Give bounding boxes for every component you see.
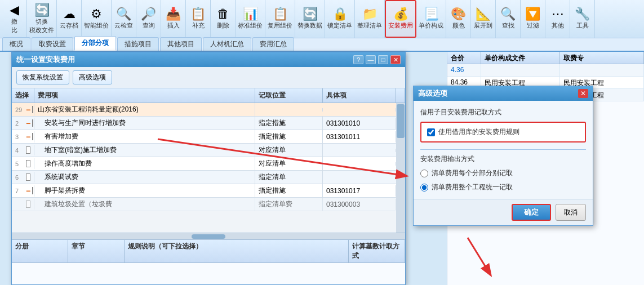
toolbar-expand[interactable]: 📐 展开到 bbox=[471, 0, 496, 38]
th-scroll-placeholder bbox=[396, 88, 405, 103]
minus-icon[interactable]: − bbox=[26, 119, 30, 127]
td-detail bbox=[323, 176, 396, 179]
toolbar-tools[interactable]: 🔧 工具 bbox=[570, 0, 595, 38]
adv-radio-unified[interactable] bbox=[420, 184, 428, 192]
restore-settings-btn[interactable]: 恢复系统设置 bbox=[16, 70, 69, 84]
toolbar-query[interactable]: 🔎 查询 bbox=[136, 0, 161, 38]
table-header: 选择 费用项 记取位置 具体项 bbox=[12, 88, 405, 103]
tab-other-items[interactable]: 其他项目 bbox=[160, 37, 202, 51]
th-select: 选择 bbox=[12, 88, 34, 103]
adv-close-btn[interactable]: ✕ bbox=[578, 89, 588, 98]
query-icon: 🔎 bbox=[141, 8, 156, 20]
table-row: 6 系统调试费 指定清单 bbox=[12, 171, 396, 184]
td-detail bbox=[323, 149, 396, 152]
bg-table-header: 合价 单价构成文件 取费专 bbox=[447, 52, 644, 64]
td-select: 3 − bbox=[12, 131, 34, 142]
switch-icon: 🔄 bbox=[34, 4, 50, 16]
checkbox[interactable] bbox=[32, 106, 33, 113]
bh-section: 章节 bbox=[68, 240, 125, 262]
tab-fee-summary[interactable]: 费用汇总 bbox=[252, 37, 294, 51]
adv-title: 高级选项 bbox=[418, 88, 447, 99]
th-detail: 具体项 bbox=[323, 88, 396, 103]
checkbox[interactable] bbox=[26, 201, 30, 208]
h-scrollbar-thumb[interactable] bbox=[192, 234, 225, 239]
advanced-options-btn[interactable]: 高级选项 bbox=[73, 70, 112, 84]
tab-fee-settings[interactable]: 取费设置 bbox=[32, 37, 73, 51]
dialog-minimize-btn[interactable]: — bbox=[366, 55, 376, 64]
td-select: 29 − bbox=[12, 104, 34, 115]
tab-sub-items[interactable]: 分部分项 bbox=[74, 36, 116, 51]
checkbox[interactable] bbox=[32, 133, 33, 140]
adv-checkbox-row[interactable]: 使用借用库的安装费用规则 bbox=[420, 122, 586, 142]
checkbox[interactable] bbox=[26, 146, 30, 154]
scrollbar-thumb[interactable] bbox=[397, 104, 405, 138]
tab-measures[interactable]: 措施项目 bbox=[117, 37, 159, 51]
toolbar-cloud-save[interactable]: ☁ 云存档 bbox=[57, 0, 82, 38]
tab-overview[interactable]: 概况 bbox=[2, 37, 30, 51]
toolbar-other[interactable]: ⋯ 其他 bbox=[545, 0, 570, 38]
h-scrollbar[interactable] bbox=[12, 233, 405, 239]
adv-radio-group: 清单费用每个分部分别记取 清单费用整个工程统一记取 bbox=[420, 168, 586, 192]
td-pos bbox=[255, 108, 323, 112]
dialog-restore-btn[interactable]: □ bbox=[378, 55, 388, 64]
table-row: 4 地下室(暗室)施工增加费 对应清单 bbox=[12, 144, 396, 157]
bottom-header: 分册 章节 规则说明（可下拉选择） 计算基数计取方式 bbox=[12, 240, 405, 263]
toolbar-filter[interactable]: 🔽 过滤 bbox=[521, 0, 545, 38]
table-body: 29 − 山东省安装工程消耗量定额(2016) 2 bbox=[12, 103, 396, 233]
toolbar-smart-group[interactable]: ⚙ 智能组价 bbox=[82, 0, 112, 38]
adv-cancel-btn[interactable]: 取消 bbox=[556, 204, 586, 221]
minus-icon[interactable]: − bbox=[26, 133, 30, 141]
toolbar-dup-group[interactable]: 📋 复用组价 bbox=[265, 0, 295, 38]
td-name: 山东省安装工程消耗量定额(2016) bbox=[34, 103, 255, 116]
dialog-close-btn[interactable]: ✕ bbox=[390, 55, 401, 64]
tab-labor-material[interactable]: 人材机汇总 bbox=[203, 37, 251, 51]
insert-icon: 📥 bbox=[166, 8, 181, 20]
checkbox[interactable] bbox=[26, 160, 30, 167]
checkbox[interactable] bbox=[26, 173, 30, 181]
td-select bbox=[12, 199, 34, 210]
toolbar-replace-data[interactable]: 🔄 替换数据 bbox=[295, 0, 325, 38]
dialog-title: 统一设置安装费用 bbox=[16, 55, 75, 65]
adv-radio-row-separate[interactable]: 清单费用每个分部分别记取 bbox=[420, 168, 586, 178]
toolbar-color[interactable]: 🎨 颜色 bbox=[446, 0, 471, 38]
adv-ok-btn[interactable]: 确定 bbox=[512, 204, 551, 221]
adv-dialog: 高级选项 ✕ 借用子目安装费用记取方式 使用借用库的安装费用规则 安装费用输出方… bbox=[413, 86, 593, 226]
td-pos: 指定清单费 bbox=[255, 198, 323, 211]
toolbar-lock-list[interactable]: 🔒 锁定清单 bbox=[325, 0, 355, 38]
toolbar-insert[interactable]: 📥 插入 bbox=[161, 0, 186, 38]
adv-section1-title: 借用子目安装费用记取方式 bbox=[420, 108, 586, 117]
toolbar-delete[interactable]: 🗑 删除 bbox=[211, 0, 236, 38]
toolbar-unit-price[interactable]: 📃 单价构成 bbox=[416, 0, 446, 38]
td-pos: 指定措施 bbox=[255, 184, 323, 197]
td-select: 2 − bbox=[12, 118, 34, 129]
toolbar-std-group[interactable]: 📊 标准组价 bbox=[236, 0, 265, 38]
minus-icon[interactable]: − bbox=[26, 106, 30, 114]
adv-radio-unified-label: 清单费用整个工程统一记取 bbox=[432, 182, 513, 192]
table-row: 7 − 脚手架搭拆费 指定措施 031301017 bbox=[12, 184, 396, 198]
toolbar-find[interactable]: 🔍 查找 bbox=[496, 0, 521, 38]
bg-td-unit-file bbox=[481, 64, 560, 76]
toolbar-install-fee[interactable]: 💰 安装费用 bbox=[385, 0, 416, 38]
bh-chapter: 分册 bbox=[12, 240, 68, 262]
table-scrollbar[interactable] bbox=[396, 103, 405, 233]
adv-radio-row-unified[interactable]: 清单费用整个工程统一记取 bbox=[420, 182, 586, 192]
toolbar-switch[interactable]: 🔄 切换税改文件 bbox=[27, 0, 57, 38]
toolbar-supplement[interactable]: 📋 补充 bbox=[186, 0, 211, 38]
checkbox[interactable] bbox=[32, 187, 33, 194]
td-name: 地下室(暗室)施工增加费 bbox=[34, 144, 255, 157]
td-pos: 指定清单 bbox=[255, 171, 323, 184]
toolbar-cloud-check[interactable]: 🔍 云检查 bbox=[112, 0, 136, 38]
dialog-help-btn[interactable]: ? bbox=[353, 55, 363, 64]
toolbar-prev[interactable]: ◀ 撤比 bbox=[2, 0, 27, 38]
main-toolbar: ◀ 撤比 🔄 切换税改文件 ☁ 云存档 ⚙ 智能组价 🔍 云检查 🔎 查询 📥 … bbox=[0, 0, 644, 38]
toolbar-organize-list[interactable]: 📁 整理清单 bbox=[355, 0, 385, 38]
bg-td-fee-pro bbox=[560, 64, 644, 76]
filter-icon: 🔽 bbox=[525, 8, 540, 20]
adv-checkbox[interactable] bbox=[427, 128, 435, 136]
minus-icon[interactable]: − bbox=[26, 187, 30, 195]
adv-radio-separate[interactable] bbox=[420, 170, 428, 177]
bg-th-unit-file: 单价构成文件 bbox=[481, 52, 560, 64]
dup-group-icon: 📋 bbox=[273, 8, 288, 20]
checkbox[interactable] bbox=[32, 119, 33, 127]
td-detail: 031300003 bbox=[323, 199, 396, 210]
